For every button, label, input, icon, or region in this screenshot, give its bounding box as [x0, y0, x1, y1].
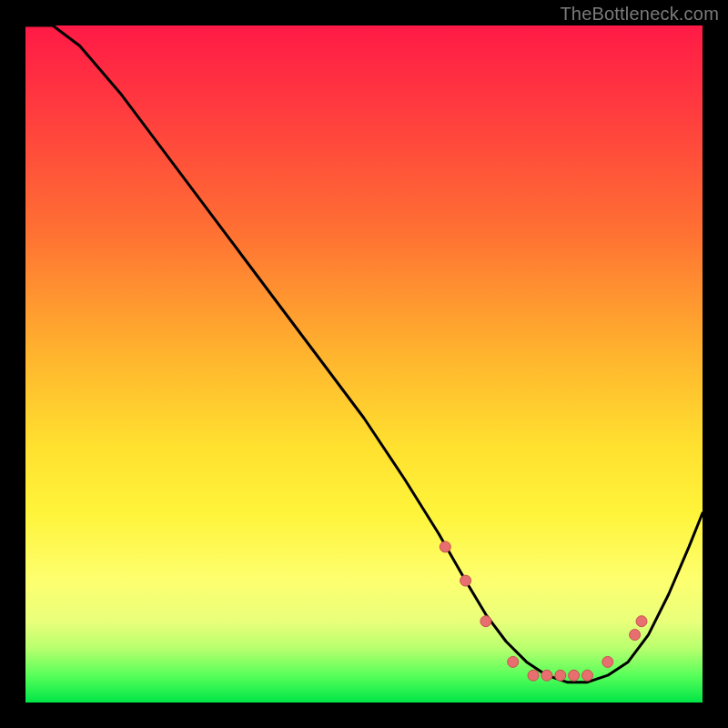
- chart-stage: TheBottleneck.com: [0, 0, 728, 728]
- curve-marker: [480, 616, 491, 627]
- curve-marker: [555, 670, 566, 681]
- curve-marker: [460, 575, 471, 586]
- bottleneck-curve: [25, 25, 703, 682]
- curve-layer: [25, 25, 703, 703]
- curve-marker: [569, 670, 580, 681]
- curve-marker: [602, 656, 613, 667]
- curve-marker: [636, 616, 647, 627]
- curve-marker: [630, 630, 641, 641]
- curve-marker: [541, 670, 552, 681]
- curve-marker: [528, 670, 539, 681]
- curve-marker: [582, 670, 593, 681]
- curve-markers: [440, 541, 647, 681]
- curve-marker: [440, 541, 450, 552]
- watermark-text: TheBottleneck.com: [560, 4, 719, 25]
- plot-area: [25, 25, 703, 703]
- curve-marker: [508, 656, 519, 667]
